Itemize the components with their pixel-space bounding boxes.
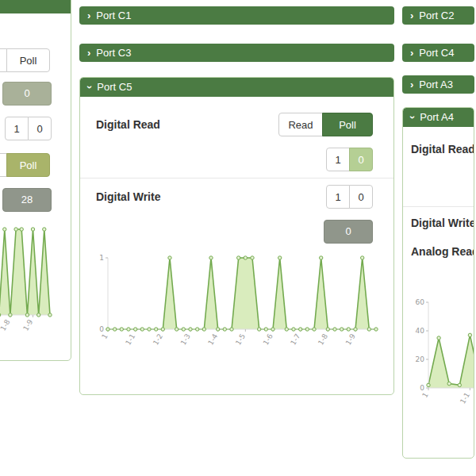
poll-button[interactable]: Poll <box>6 48 50 72</box>
write-one-button[interactable]: 1 <box>5 117 29 140</box>
svg-text:1-4: 1-4 <box>206 332 219 347</box>
clipped-controls-area <box>403 258 474 298</box>
svg-text:1: 1 <box>420 391 430 399</box>
chevron-right-icon: › <box>410 44 413 62</box>
digital-read-label: Digital Read <box>96 118 160 131</box>
digital-read-chart: 0111-11-21-31-41-51-61-71-81-9 <box>0 225 53 344</box>
port-header-label: Port C2 <box>419 10 454 21</box>
digital-read-mode-group: Read Poll <box>0 48 50 72</box>
svg-text:1-2: 1-2 <box>152 332 164 347</box>
chevron-right-icon: › <box>87 6 90 25</box>
write-one-button[interactable]: 1 <box>326 185 350 209</box>
svg-text:1-3: 1-3 <box>179 332 192 347</box>
panel-port-left: Read Poll 0 1 0 Read Poll 28 <box>0 0 71 361</box>
clipped-controls-area <box>403 155 474 206</box>
write-zero-button[interactable]: 0 <box>28 117 52 140</box>
svg-text:1: 1 <box>99 254 104 262</box>
read-button[interactable]: Read <box>278 113 323 136</box>
digital-write-label: Digital Write <box>96 190 160 203</box>
port-header-c5[interactable]: ›Port C5 <box>80 78 393 97</box>
svg-text:1-1: 1-1 <box>459 391 471 405</box>
svg-text:20: 20 <box>416 355 425 363</box>
digital-write-group: 1 0 <box>5 117 52 140</box>
port-header-label: Port C4 <box>419 47 454 59</box>
panel-port-a4: ›Port A4 Digital Read Digital Write Anal… <box>402 107 474 459</box>
analog-value-box: 28 <box>2 188 52 212</box>
panel-header[interactable] <box>0 0 71 13</box>
svg-text:40: 40 <box>416 327 425 335</box>
svg-text:1-7: 1-7 <box>289 332 301 347</box>
port-header-label: Port A3 <box>419 79 453 90</box>
digital-read-label: Digital Read <box>411 143 474 155</box>
svg-text:0: 0 <box>420 384 424 392</box>
analog-read-label: Analog Read <box>411 245 474 258</box>
digital-read-chart: 0111-11-21-31-41-51-61-71-81-9 <box>96 253 379 358</box>
port-header-c2[interactable]: ›Port C2 <box>402 6 474 25</box>
port-header-label: Port C5 <box>97 81 132 93</box>
digital-read-value-group: 1 0 <box>326 148 373 171</box>
chevron-down-icon: › <box>80 86 99 89</box>
port-header-c3[interactable]: ›Port C3 <box>79 44 394 62</box>
analog-read-mode-group: Read Poll <box>0 153 50 177</box>
chevron-right-icon: › <box>87 44 90 62</box>
section-divider <box>80 178 393 178</box>
svg-text:1-1: 1-1 <box>124 332 136 347</box>
section-divider <box>403 206 474 207</box>
analog-poll-button[interactable]: Poll <box>6 153 50 177</box>
digital-read-mode-group: Read Poll <box>278 113 373 136</box>
chevron-down-icon: › <box>403 116 422 119</box>
write-value-box: 0 <box>324 220 373 244</box>
port-header-a3[interactable]: ›Port A3 <box>402 75 474 94</box>
svg-text:1-6: 1-6 <box>262 332 274 347</box>
port-header-label: Port A4 <box>420 111 454 123</box>
digital-write-label: Digital Write <box>411 217 474 229</box>
svg-text:60: 60 <box>416 298 425 306</box>
dashboard: Read Poll 0 1 0 Read Poll 28 <box>0 0 476 476</box>
svg-text:1-5: 1-5 <box>234 332 247 347</box>
port-header-label: Port C3 <box>96 47 131 59</box>
svg-text:1: 1 <box>100 332 109 340</box>
value-one-button[interactable]: 1 <box>326 148 350 171</box>
write-zero-button[interactable]: 0 <box>349 185 373 209</box>
digital-read-value-box: 0 <box>2 82 52 106</box>
analog-read-chart: 020406011-11-2 <box>411 298 474 416</box>
svg-text:1-9: 1-9 <box>21 318 34 332</box>
panel-port-c5: ›Port C5 Digital Read Read Poll 1 0 Digi… <box>79 77 394 395</box>
svg-text:0: 0 <box>99 325 104 333</box>
value-zero-button[interactable]: 0 <box>349 148 373 171</box>
digital-write-group: 1 0 <box>326 185 373 209</box>
svg-text:1-9: 1-9 <box>344 332 357 347</box>
port-header-label: Port C1 <box>96 10 131 21</box>
port-header-c1[interactable]: ›Port C1 <box>79 6 394 25</box>
chevron-right-icon: › <box>410 6 413 25</box>
poll-button[interactable]: Poll <box>322 113 373 136</box>
chevron-right-icon: › <box>410 75 413 94</box>
svg-text:1-8: 1-8 <box>0 318 12 332</box>
port-header-a4[interactable]: ›Port A4 <box>403 108 474 127</box>
port-header-c4[interactable]: ›Port C4 <box>402 44 474 62</box>
svg-text:1-8: 1-8 <box>317 332 329 347</box>
